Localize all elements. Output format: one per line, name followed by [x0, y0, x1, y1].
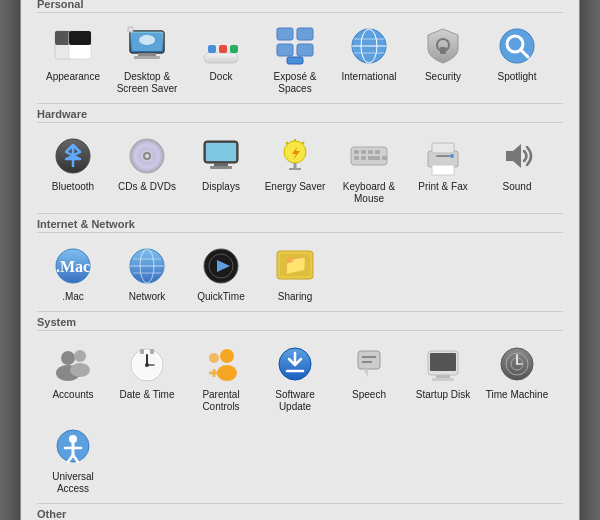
pref-item-startup[interactable]: Startup Disk — [407, 337, 479, 417]
section-grid-personal: AppearanceDesktop & Screen SaverDockExpo… — [37, 19, 563, 99]
svg-point-75 — [70, 363, 90, 377]
pref-item-expose[interactable]: Exposé & Spaces — [259, 19, 331, 99]
pref-item-quicktime[interactable]: QuickTime — [185, 239, 257, 307]
svg-rect-82 — [150, 349, 154, 354]
svg-point-85 — [209, 353, 219, 363]
svg-rect-46 — [354, 150, 359, 154]
svg-rect-55 — [432, 143, 454, 153]
svg-rect-52 — [368, 156, 380, 160]
svg-rect-95 — [430, 353, 456, 371]
section-label-other: Other — [37, 508, 563, 521]
pref-item-parental[interactable]: Parental Controls — [185, 337, 257, 417]
startup-label: Startup Disk — [416, 389, 470, 401]
pref-item-timemachine[interactable]: Time Machine — [481, 337, 553, 417]
mac-label: .Mac — [62, 291, 84, 303]
svg-rect-11 — [128, 27, 133, 32]
svg-rect-57 — [436, 155, 450, 157]
section-grid-hardware: BluetoothCDs & DVDsDisplaysEnergy SaverK… — [37, 129, 563, 209]
svg-point-84 — [217, 365, 237, 381]
svg-rect-18 — [277, 44, 293, 56]
svg-rect-49 — [375, 150, 380, 154]
displays-label: Displays — [202, 181, 240, 193]
svg-rect-50 — [354, 156, 359, 160]
appearance-icon — [50, 23, 96, 69]
svg-rect-51 — [361, 156, 366, 160]
pref-item-accounts[interactable]: Accounts — [37, 337, 109, 417]
dock-label: Dock — [210, 71, 233, 83]
pref-item-bluetooth[interactable]: Bluetooth — [37, 129, 109, 209]
printfax-label: Print & Fax — [418, 181, 467, 193]
desktop-icon — [124, 23, 170, 69]
svg-rect-38 — [210, 166, 232, 169]
svg-text:📁: 📁 — [283, 252, 308, 276]
parental-icon — [198, 341, 244, 387]
svg-rect-16 — [277, 28, 293, 40]
pref-item-security[interactable]: Security — [407, 19, 479, 99]
svg-line-41 — [302, 142, 304, 144]
security-icon — [420, 23, 466, 69]
expose-label: Exposé & Spaces — [261, 71, 329, 95]
pref-item-software[interactable]: Software Update — [259, 337, 331, 417]
dock-icon — [198, 23, 244, 69]
pref-item-dock[interactable]: Dock — [185, 19, 257, 99]
pref-item-sound[interactable]: Sound — [481, 129, 553, 209]
svg-rect-56 — [432, 165, 454, 175]
bluetooth-icon — [50, 133, 96, 179]
section-label-personal: Personal — [37, 0, 563, 13]
datetime-label: Date & Time — [119, 389, 174, 401]
pref-item-desktop[interactable]: Desktop & Screen Saver — [111, 19, 183, 99]
pref-item-printfax[interactable]: Print & Fax — [407, 129, 479, 209]
pref-item-cds[interactable]: CDs & DVDs — [111, 129, 183, 209]
svg-point-83 — [220, 349, 234, 363]
cds-icon — [124, 133, 170, 179]
pref-item-universal[interactable]: Universal Access — [37, 419, 109, 499]
pref-item-datetime[interactable]: Date & Time — [111, 337, 183, 417]
section-label-hardware: Hardware — [37, 108, 563, 123]
svg-rect-12 — [204, 53, 238, 63]
cds-label: CDs & DVDs — [118, 181, 176, 193]
pref-item-speech[interactable]: Speech — [333, 337, 405, 417]
quicktime-label: QuickTime — [197, 291, 244, 303]
universal-label: Universal Access — [39, 471, 107, 495]
spotlight-label: Spotlight — [498, 71, 537, 83]
system-preferences-window: System Preferences ◀ ▶ Show All 🔍 Person… — [20, 0, 580, 520]
displays-icon — [198, 133, 244, 179]
parental-label: Parental Controls — [187, 389, 255, 413]
energy-label: Energy Saver — [265, 181, 326, 193]
pref-item-international[interactable]: International — [333, 19, 405, 99]
pref-item-mac[interactable]: .Mac.Mac — [37, 239, 109, 307]
svg-text:.Mac: .Mac — [56, 258, 90, 275]
svg-rect-14 — [219, 45, 227, 53]
pref-item-keyboard[interactable]: Keyboard & Mouse — [333, 129, 405, 209]
svg-point-72 — [61, 351, 75, 365]
datetime-icon — [124, 341, 170, 387]
software-label: Software Update — [261, 389, 329, 413]
section-grid-internet: .Mac.MacNetworkQuickTime📁Sharing — [37, 239, 563, 307]
pref-item-displays[interactable]: Displays — [185, 129, 257, 209]
svg-rect-36 — [206, 143, 236, 161]
keyboard-label: Keyboard & Mouse — [335, 181, 403, 205]
preferences-content: PersonalAppearanceDesktop & Screen Saver… — [21, 0, 579, 520]
svg-rect-7 — [134, 56, 160, 59]
sharing-icon: 📁 — [272, 243, 318, 289]
svg-line-42 — [286, 142, 288, 144]
timemachine-icon — [494, 341, 540, 387]
pref-item-spotlight[interactable]: Spotlight — [481, 19, 553, 99]
speech-label: Speech — [352, 389, 386, 401]
section-grid-system: AccountsDate & TimeParental ControlsSoft… — [37, 337, 563, 499]
pref-item-energy[interactable]: Energy Saver — [259, 129, 331, 209]
desktop-label: Desktop & Screen Saver — [113, 71, 181, 95]
svg-rect-6 — [138, 53, 156, 56]
startup-icon — [420, 341, 466, 387]
svg-point-34 — [145, 154, 149, 158]
svg-rect-17 — [297, 28, 313, 40]
pref-item-sharing[interactable]: 📁Sharing — [259, 239, 331, 307]
svg-rect-15 — [230, 45, 238, 53]
pref-item-network[interactable]: Network — [111, 239, 183, 307]
svg-rect-97 — [432, 378, 454, 381]
expose-icon — [272, 23, 318, 69]
security-label: Security — [425, 71, 461, 83]
bluetooth-label: Bluetooth — [52, 181, 94, 193]
svg-point-74 — [74, 350, 86, 362]
pref-item-appearance[interactable]: Appearance — [37, 19, 109, 99]
